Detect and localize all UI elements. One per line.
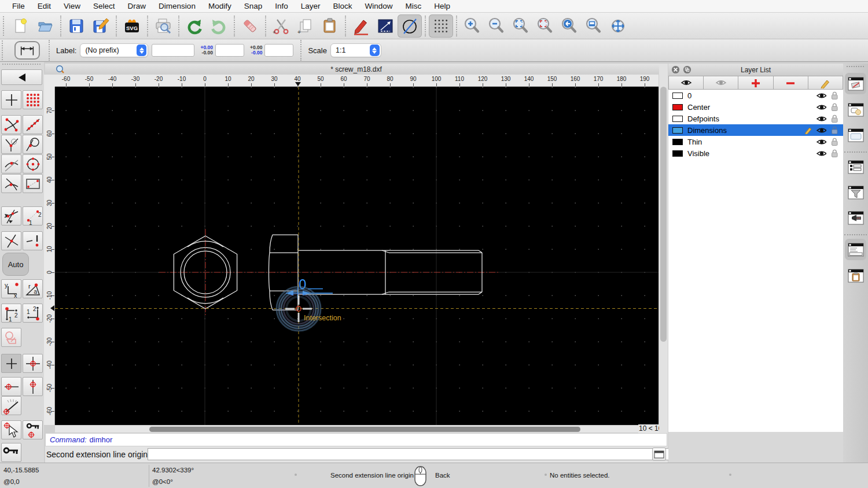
close-icon[interactable] [671, 65, 680, 74]
menu-modify[interactable]: Modify [202, 0, 238, 13]
layer-row-visible[interactable]: Visible [668, 147, 843, 159]
paste-button[interactable] [318, 14, 342, 38]
copy-button[interactable]: + [293, 14, 318, 38]
dimension-horizontal-tool-button[interactable] [14, 41, 40, 60]
layer-list-dock-button[interactable] [845, 73, 866, 94]
svg-export-button[interactable]: SVG [120, 14, 144, 38]
block-list-dock-button[interactable] [845, 99, 866, 120]
layer-lock-icon[interactable] [830, 149, 838, 158]
cut-button[interactable]: + [269, 14, 293, 38]
tolerance-lower-input[interactable] [264, 44, 293, 57]
edit-layer-button[interactable] [808, 76, 843, 90]
layer-visibility-eye-icon[interactable] [816, 91, 826, 100]
layer-lock-icon[interactable] [830, 102, 838, 112]
layer-color-swatch[interactable] [672, 104, 683, 110]
snap-nothing-button[interactable] [23, 231, 43, 250]
zoom-pan-button[interactable] [606, 14, 630, 38]
menu-window[interactable]: Window [359, 0, 399, 13]
undo-button[interactable] [182, 14, 207, 38]
menu-snap[interactable]: Snap [238, 0, 269, 13]
horizontal-scrollbar[interactable] [55, 425, 638, 432]
add-layer-button[interactable] [738, 76, 773, 90]
lock-relative-zero-button[interactable] [23, 420, 43, 439]
vertical-scrollbar[interactable] [659, 64, 668, 463]
layer-edit-pencil-icon[interactable] [804, 126, 812, 134]
document-window-titlebar[interactable]: * screw_m18.dxf [45, 64, 667, 75]
zoom-auto-button[interactable] [509, 14, 533, 38]
command-options-dock-button[interactable] [845, 207, 866, 228]
menu-layer[interactable]: Layer [295, 0, 327, 13]
command-line-dock-button[interactable] [845, 239, 866, 260]
layer-row-0[interactable]: 0 [668, 90, 843, 101]
relzero-target-button[interactable] [23, 354, 43, 373]
menu-help[interactable]: Help [428, 0, 457, 13]
restrict-nothing-button[interactable] [1, 328, 21, 347]
new-file-button[interactable] [9, 14, 33, 38]
layer-lock-icon[interactable] [830, 137, 838, 146]
entity-list-dock-button[interactable] [845, 156, 866, 178]
float-panel-icon[interactable] [683, 65, 692, 74]
rel-point-12-button[interactable]: 12 [1, 304, 21, 323]
restrict-vertical-button[interactable] [23, 377, 43, 396]
restrict-orthogonal-button[interactable] [1, 206, 21, 225]
zoom-previous-button[interactable] [533, 14, 557, 38]
snap-center-button[interactable] [1, 135, 21, 154]
remove-layer-button[interactable] [774, 76, 808, 90]
command-history[interactable]: Command: dimhor [45, 433, 667, 446]
dimension-prefix-select[interactable]: (No prefix) [80, 43, 148, 57]
layer-row-defpoints[interactable]: Defpoints [668, 113, 843, 124]
snap-auto-button[interactable]: Auto [2, 253, 29, 276]
snap-box-button[interactable] [23, 174, 43, 193]
menu-dimension[interactable]: Dimension [152, 0, 202, 13]
layer-visibility-eye-icon[interactable] [816, 103, 826, 112]
menu-block[interactable]: Block [327, 0, 359, 13]
layer-visibility-eye-icon[interactable] [816, 149, 826, 158]
redo-button[interactable] [207, 14, 231, 38]
snap-circle-quadrant-button[interactable] [23, 154, 43, 173]
show-all-layers-button[interactable] [668, 76, 704, 90]
horizontal-scrollbar-thumb[interactable] [149, 427, 580, 432]
zoom-window-button[interactable] [582, 14, 606, 38]
grid-toggle-button[interactable] [429, 14, 453, 38]
coord-cartesian-button[interactable]: yx [1, 279, 21, 298]
layer-color-swatch[interactable] [672, 127, 683, 134]
dimension-scale-select[interactable]: 1:1 [330, 43, 381, 57]
layer-lock-icon[interactable] [830, 114, 838, 123]
lock-key-button[interactable] [1, 443, 21, 462]
menu-view[interactable]: View [57, 0, 87, 13]
tolerance-upper-input[interactable] [215, 44, 244, 57]
snap-tangent-button[interactable] [23, 135, 43, 154]
draft-mode-button[interactable] [398, 14, 422, 38]
layer-color-swatch[interactable] [672, 150, 683, 157]
snap-endpoint-button[interactable] [1, 115, 21, 134]
snap-grid-button[interactable] [23, 90, 43, 109]
zoom-in-button[interactable] [460, 14, 484, 38]
clipboard-dock-button[interactable] [845, 265, 866, 286]
open-file-button[interactable] [33, 14, 57, 38]
menu-draw[interactable]: Draw [122, 0, 153, 13]
snap-distance-button[interactable] [1, 154, 21, 173]
layer-color-swatch[interactable] [672, 93, 683, 99]
save-button[interactable] [64, 14, 89, 38]
zoom-out-button[interactable] [484, 14, 509, 38]
save-as-button[interactable] [89, 14, 113, 38]
menu-info[interactable]: Info [269, 0, 295, 13]
layer-color-swatch[interactable] [672, 116, 683, 122]
zoom-back-button[interactable] [557, 14, 582, 38]
menu-file[interactable]: File [6, 0, 31, 13]
layer-lock-icon[interactable] [830, 91, 838, 100]
library-browser-dock-button[interactable] [845, 124, 866, 146]
command-toggle-button[interactable] [652, 448, 666, 461]
layer-color-swatch[interactable] [672, 139, 683, 145]
line-attributes-button[interactable] [373, 14, 398, 38]
selection-filter-dock-button[interactable] [845, 182, 866, 203]
vertical-scrollbar-thumb[interactable] [660, 87, 667, 342]
coord-polar-button[interactable]: ra [23, 279, 43, 298]
restrict-horizontal-button[interactable] [1, 377, 21, 396]
layer-visibility-eye-icon[interactable] [816, 138, 826, 146]
set-relative-zero-button[interactable] [1, 420, 21, 439]
back-button[interactable] [1, 69, 42, 85]
layer-visibility-eye-icon[interactable] [816, 126, 826, 135]
layer-row-center[interactable]: Center [668, 101, 843, 113]
dimension-label-input[interactable] [152, 44, 194, 57]
